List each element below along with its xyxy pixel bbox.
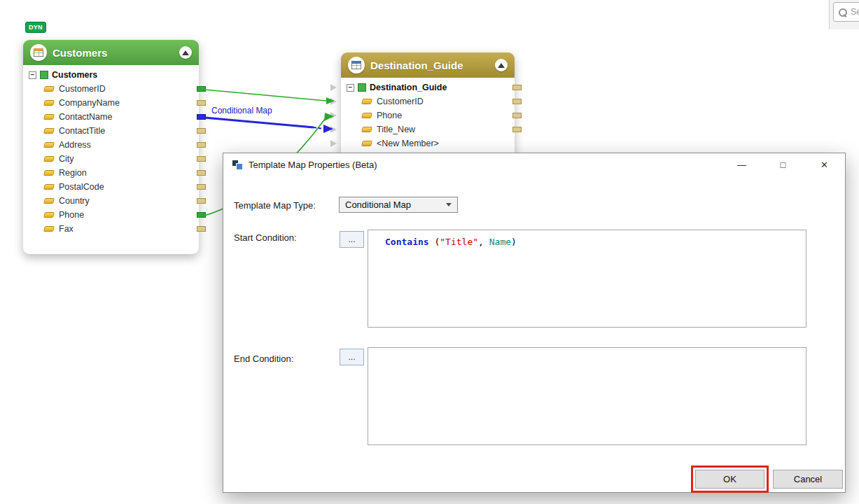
field-icon xyxy=(43,100,55,106)
field-icon xyxy=(43,212,55,218)
tree-root-row[interactable]: −Customers xyxy=(23,68,199,82)
field-icon xyxy=(43,114,55,120)
output-port-icon[interactable] xyxy=(197,198,206,204)
triangle-up-icon xyxy=(498,63,505,68)
expression-token: "Title" xyxy=(440,237,478,247)
template-map-type-value: Conditional Map xyxy=(345,200,442,210)
expression-token: , xyxy=(478,237,489,247)
source-node-header[interactable]: Customers xyxy=(23,40,199,65)
field-icon xyxy=(43,170,55,176)
tree-field-row[interactable]: Region xyxy=(23,166,199,180)
field-icon xyxy=(361,99,372,104)
output-port-icon[interactable] xyxy=(512,113,522,118)
dialog-titlebar[interactable]: Template Map Properties (Beta) — □ ✕ xyxy=(223,153,845,176)
collapse-node-button[interactable] xyxy=(495,59,508,71)
tree-field-row[interactable]: PostalCode xyxy=(23,180,199,194)
tree-field-row[interactable]: Phone xyxy=(23,208,199,222)
search-icon xyxy=(839,8,846,16)
dyn-badge: DYN xyxy=(25,22,46,33)
tree-root-label: Customers xyxy=(52,70,97,80)
output-port-icon[interactable] xyxy=(197,86,206,92)
output-port-icon[interactable] xyxy=(512,85,522,90)
maximize-button[interactable]: □ xyxy=(762,153,804,176)
output-port-icon[interactable] xyxy=(197,226,206,232)
cancel-button[interactable]: Cancel xyxy=(773,470,843,489)
tree-field-row[interactable]: Title_New xyxy=(341,122,515,136)
entity-icon xyxy=(40,71,48,79)
tree-field-row[interactable]: <New Member> xyxy=(341,136,515,150)
template-map-type-label: Template Map Type: xyxy=(234,200,316,211)
minimize-button[interactable]: — xyxy=(721,153,762,176)
table-icon xyxy=(348,57,365,74)
template-map-type-select[interactable]: Conditional Map xyxy=(339,197,458,213)
field-label: Title_New xyxy=(377,125,415,134)
field-icon xyxy=(43,86,55,92)
output-port-icon[interactable] xyxy=(197,212,206,218)
field-label: ContactName xyxy=(59,112,112,122)
dest-node-title: Destination_Guide xyxy=(370,59,489,71)
field-label: Phone xyxy=(59,210,84,220)
collapse-node-button[interactable] xyxy=(179,46,192,59)
collapse-toggle-icon[interactable]: − xyxy=(347,84,354,92)
start-condition-editor[interactable]: Contains ("Title", Name) xyxy=(368,230,806,328)
expression-token: ) xyxy=(511,237,517,247)
tree-field-row[interactable]: Fax xyxy=(23,222,199,236)
template-map-icon xyxy=(232,159,243,170)
tree-field-row[interactable]: Address xyxy=(23,138,199,152)
output-port-icon[interactable] xyxy=(197,142,206,148)
conditional-map-label[interactable]: Conditional Map xyxy=(211,106,272,115)
tree-field-row[interactable]: ContactTitle xyxy=(23,124,199,138)
input-port-icon[interactable] xyxy=(330,126,337,133)
output-port-icon[interactable] xyxy=(197,170,206,176)
source-node-title: Customers xyxy=(53,47,174,59)
field-icon xyxy=(43,142,55,148)
output-port-icon[interactable] xyxy=(197,128,206,134)
tree-field-row[interactable]: CustomerID xyxy=(341,94,515,108)
output-port-icon[interactable] xyxy=(512,127,522,132)
field-icon xyxy=(43,128,55,134)
output-port-icon[interactable] xyxy=(197,156,206,162)
field-label: Country xyxy=(59,196,90,206)
field-label: ContactTitle xyxy=(59,126,105,136)
search-input[interactable]: Sea xyxy=(833,2,859,22)
input-port-icon[interactable] xyxy=(330,140,337,147)
expression-token: Contains xyxy=(385,237,429,247)
tree-root-label: Destination_Guide xyxy=(370,83,447,92)
output-port-icon[interactable] xyxy=(197,184,206,190)
entity-icon xyxy=(358,83,366,92)
expression-token: ( xyxy=(429,237,440,247)
field-icon xyxy=(43,226,55,232)
tree-field-row[interactable]: CustomerID xyxy=(23,82,199,96)
field-icon xyxy=(361,113,372,118)
end-condition-editor[interactable] xyxy=(368,347,806,445)
start-condition-browse-button[interactable]: ... xyxy=(340,231,364,248)
output-port-icon[interactable] xyxy=(512,99,522,104)
expression-token: Name xyxy=(489,237,511,247)
input-port-icon[interactable] xyxy=(330,98,337,105)
field-label: Fax xyxy=(59,224,74,234)
input-port-icon[interactable] xyxy=(330,84,337,91)
close-button[interactable]: ✕ xyxy=(804,153,845,176)
triangle-up-icon xyxy=(182,50,189,55)
dest-node-header[interactable]: Destination_Guide xyxy=(341,52,515,78)
source-field-tree: −CustomersCustomerIDCompanyNameContactNa… xyxy=(23,65,199,254)
output-port-icon[interactable] xyxy=(197,100,206,106)
field-icon xyxy=(361,127,372,132)
field-icon xyxy=(43,198,55,204)
input-port-icon[interactable] xyxy=(330,112,337,119)
tree-field-row[interactable]: Phone xyxy=(341,108,515,122)
tree-field-row[interactable]: ContactName xyxy=(23,110,199,124)
collapse-toggle-icon[interactable]: − xyxy=(29,71,36,79)
mapping-canvas: DYN Customers −CustomersCustomerIDCompan… xyxy=(0,0,859,504)
tree-root-row[interactable]: −Destination_Guide xyxy=(341,80,515,94)
tree-field-row[interactable]: Country xyxy=(23,194,199,208)
tree-field-row[interactable]: CompanyName xyxy=(23,96,199,110)
end-condition-browse-button[interactable]: ... xyxy=(340,349,364,365)
tree-field-row[interactable]: City xyxy=(23,152,199,166)
ok-button[interactable]: OK xyxy=(695,470,764,489)
field-icon xyxy=(43,156,55,162)
field-label: PostalCode xyxy=(59,182,104,192)
source-node-customers[interactable]: Customers −CustomersCustomerIDCompanyNam… xyxy=(23,40,199,254)
chevron-down-icon xyxy=(446,203,452,206)
output-port-icon[interactable] xyxy=(197,114,206,120)
